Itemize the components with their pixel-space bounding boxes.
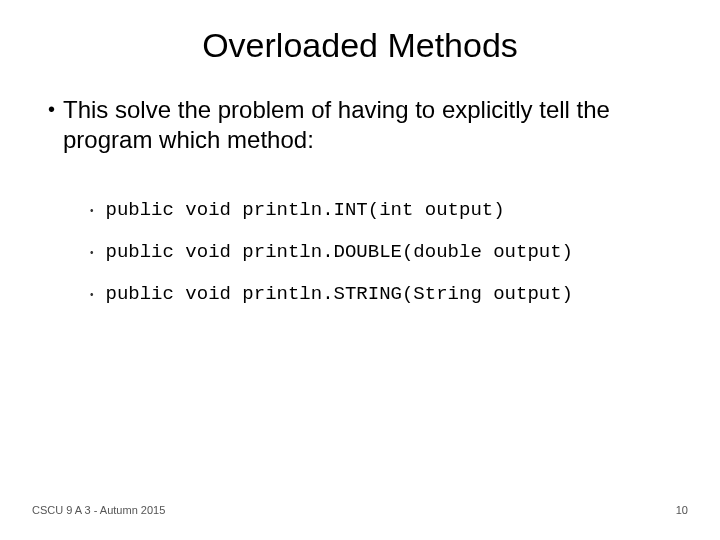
slide-number: 10 — [676, 504, 688, 516]
sub-bullet-list: • public void println.INT(int output) • … — [48, 199, 672, 305]
code-text: public void println.STRING(String output… — [106, 283, 573, 305]
sub-bullet: • public void println.DOUBLE(double outp… — [90, 241, 672, 263]
sub-bullet: • public void println.INT(int output) — [90, 199, 672, 221]
footer-course: CSCU 9 A 3 - Autumn 2015 — [32, 504, 165, 516]
code-text: public void println.INT(int output) — [106, 199, 505, 221]
slide-body: • This solve the problem of having to ex… — [0, 95, 720, 305]
bullet-icon: • — [90, 289, 94, 300]
slide: Overloaded Methods • This solve the prob… — [0, 0, 720, 540]
bullet-icon: • — [90, 205, 94, 216]
code-text: public void println.DOUBLE(double output… — [106, 241, 573, 263]
slide-title: Overloaded Methods — [0, 26, 720, 65]
bullet-icon: • — [90, 247, 94, 258]
bullet-icon: • — [48, 99, 55, 119]
main-bullet: • This solve the problem of having to ex… — [48, 95, 672, 155]
sub-bullet: • public void println.STRING(String outp… — [90, 283, 672, 305]
main-bullet-text: This solve the problem of having to expl… — [63, 95, 672, 155]
